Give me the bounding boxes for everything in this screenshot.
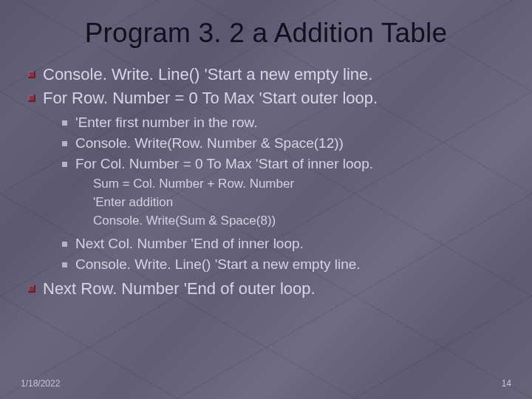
bullet-text: For Col. Number = 0 To Max 'Start of inn…: [75, 156, 373, 171]
bullet-list-level3: Sum = Col. Number + Row. Number 'Enter a…: [93, 176, 505, 230]
bullet-text: Sum = Col. Number + Row. Number: [93, 177, 294, 191]
bullet-text: Next Col. Number 'End of inner loop.: [75, 236, 304, 251]
list-item: Next Row. Number 'End of outer loop.: [27, 278, 505, 300]
bullet-text: Console. Write(Row. Number & Space(12)): [75, 135, 344, 151]
bullet-text: For Row. Number = 0 To Max 'Start outer …: [43, 89, 378, 107]
bullet-text: 'Enter addition: [93, 195, 173, 209]
list-item: 'Enter first number in the row.: [61, 113, 505, 132]
slide-title: Program 3. 2 a Addition Table: [27, 18, 505, 49]
list-item: For Col. Number = 0 To Max 'Start of inn…: [61, 154, 505, 230]
bullet-list-level2: 'Enter first number in the row. Console.…: [61, 113, 505, 273]
list-item: Next Col. Number 'End of inner loop.: [61, 234, 505, 253]
list-item: Console. Write. Line() 'Start a new empt…: [61, 255, 505, 274]
slide-footer: 1/18/2022 14: [21, 378, 511, 389]
list-item: Console. Write(Sum & Space(8)): [93, 213, 505, 230]
list-item: Console. Write(Row. Number & Space(12)): [61, 134, 505, 153]
bullet-text: Console. Write. Line() 'Start a new empt…: [43, 65, 372, 83]
list-item: Sum = Col. Number + Row. Number: [93, 176, 505, 193]
slide: Program 3. 2 a Addition Table Console. W…: [0, 0, 532, 399]
bullet-text: Console. Write(Sum & Space(8)): [93, 214, 276, 228]
bullet-list-level1: Console. Write. Line() 'Start a new empt…: [27, 64, 505, 300]
list-item: Console. Write. Line() 'Start a new empt…: [27, 64, 505, 86]
footer-date: 1/18/2022: [21, 378, 60, 389]
bullet-text: 'Enter first number in the row.: [75, 115, 258, 130]
footer-page-number: 14: [502, 378, 511, 389]
list-item: 'Enter addition: [93, 194, 505, 211]
bullet-text: Next Row. Number 'End of outer loop.: [43, 279, 316, 298]
list-item: For Row. Number = 0 To Max 'Start outer …: [27, 87, 505, 274]
bullet-text: Console. Write. Line() 'Start a new empt…: [75, 256, 361, 272]
